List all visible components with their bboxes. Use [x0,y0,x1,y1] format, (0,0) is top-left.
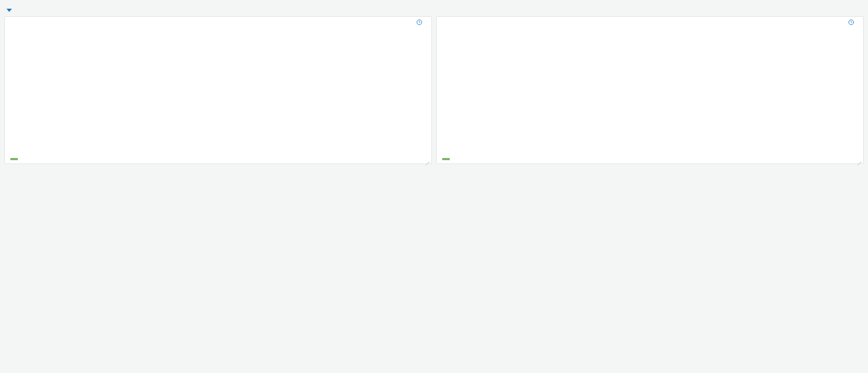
resize-handle-icon[interactable] [424,156,430,162]
legend-swatch [10,158,18,160]
panel-dns-minute[interactable] [4,16,432,164]
section-dns-zone[interactable] [4,4,864,16]
legend [437,155,863,163]
time-range-link[interactable] [416,19,425,26]
time-range-link[interactable] [848,19,857,26]
bottom-row [4,16,864,164]
dashboard [0,0,868,164]
legend [5,155,431,163]
panel-dns-day[interactable] [436,16,864,164]
resize-handle-icon[interactable] [856,156,861,162]
chart-dns-minute[interactable] [9,32,427,155]
clock-icon [848,19,854,26]
clock-icon [416,19,423,26]
legend-swatch [442,158,450,160]
chart-dns-day[interactable] [441,32,859,155]
chevron-down-icon [7,9,12,12]
